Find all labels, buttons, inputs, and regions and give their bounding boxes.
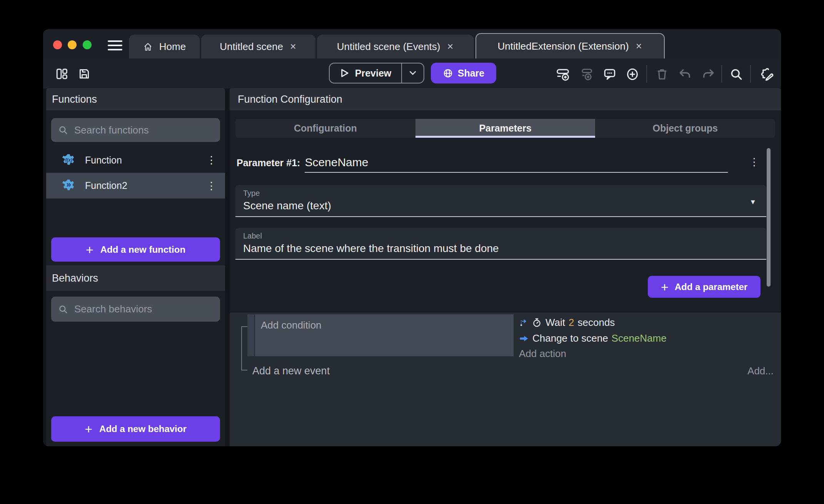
event-selection-bracket [241,326,247,370]
behaviors-search[interactable] [51,297,220,322]
content: Functions f(x) [43,88,781,446]
add-behavior-label: Add a new behavior [99,424,187,434]
toolbar-separator [646,65,647,83]
search-icon[interactable] [729,67,742,80]
add-parameter-button[interactable]: + Add a parameter [648,276,761,298]
home-icon [143,42,153,52]
scrollbar-thumb[interactable] [767,148,771,287]
zoom-window-button[interactable] [83,40,92,49]
function-name: Function [85,155,122,166]
undo-icon[interactable] [678,67,691,80]
tab-untitled-extension[interactable]: UntitledExtension (Extension) × [475,33,665,58]
tab-label: Untitled scene [220,41,283,53]
add-new-event-link[interactable]: Add a new event [252,365,330,377]
parameter-type-select[interactable]: Type Scene name (text) ▼ [235,185,766,217]
event-drag-handle[interactable] [247,314,254,356]
add-function-label: Add a new function [100,244,185,255]
tab-label: UntitledExtension (Extension) [498,40,629,52]
parameter-index-label: Parameter #1: [237,157,300,169]
share-button[interactable]: Share [431,63,496,83]
globe-icon [443,68,453,78]
action-change-scene[interactable]: Change to scene SceneName [519,331,667,345]
functions-search[interactable] [51,118,220,142]
main-panel-header: Function Configuration [230,88,781,110]
parameter-name-input[interactable] [305,156,728,173]
function-list-item-selected[interactable]: » Function2 ⋮ [46,173,225,199]
label-value-input[interactable] [243,242,738,255]
edit-extension-icon[interactable] [760,67,773,80]
parameter-label-field[interactable]: Label [235,228,766,260]
wait-seconds-value: 2 [569,317,574,329]
page-title: Function Configuration [230,93,342,105]
behaviors-panel-header: Behaviors [46,265,225,291]
add-more-link[interactable]: Add... [747,365,774,377]
preview-options-button[interactable] [401,63,424,83]
tab-parameters[interactable]: Parameters [415,119,595,138]
tab-configuration[interactable]: Configuration [235,119,415,138]
toggle-panels-icon[interactable] [55,67,68,80]
toolbar: Preview Share [43,58,781,88]
app-window: Home Untitled scene × Untitled scene (Ev… [43,29,781,446]
add-subevent-icon[interactable] [580,67,593,80]
function-list-item[interactable]: f(x) Function ⋮ [46,147,225,173]
behaviors-search-input[interactable] [74,303,213,315]
function-action-icon: » [62,179,76,193]
add-action-link[interactable]: Add action [519,347,667,361]
behaviors-title: Behaviors [46,272,98,284]
change-scene-arrow-icon [519,334,529,344]
function-name: Function2 [85,180,127,191]
configuration-tabs: Configuration Parameters Object groups [235,119,775,138]
event-actions-cell: Wait 2 seconds Change to scene Sce [519,315,667,361]
tab-untitled-scene[interactable]: Untitled scene × [201,35,315,58]
tab-untitled-scene-events[interactable]: Untitled scene (Events) × [317,35,474,58]
function-expression-icon: f(x) [62,153,76,167]
save-icon[interactable] [78,67,91,80]
tab-object-groups[interactable]: Object groups [595,119,775,138]
functions-title: Functions [46,93,97,105]
redo-icon[interactable] [701,67,714,80]
close-tab-icon[interactable]: × [447,42,454,52]
close-tab-icon[interactable]: × [635,41,643,52]
scene-name-parameter: SceneName [612,332,667,344]
menu-icon[interactable] [108,40,122,50]
plus-icon: + [661,280,669,294]
preview-button[interactable]: Preview [329,63,424,83]
add-parameter-label: Add a parameter [675,282,747,292]
tab-label: Home [159,41,186,53]
sidebar: Functions f(x) [46,88,225,446]
type-value: Scene name (text) [243,200,759,212]
stopwatch-icon [532,317,542,328]
add-behavior-button[interactable]: + Add a new behavior [51,416,220,442]
tab-home[interactable]: Home [129,35,200,58]
parameter-options-icon[interactable]: ⋮ [745,154,763,170]
screen: Home Untitled scene × Untitled scene (Ev… [0,0,824,504]
chevron-down-icon [409,71,417,75]
preview-button-main[interactable]: Preview [330,63,401,83]
parameter-header-row: Parameter #1: [237,156,728,173]
action-wait[interactable]: Wait 2 seconds [519,315,667,330]
type-label: Type [243,189,759,198]
toolbar-separator [750,65,751,83]
functions-search-input[interactable] [74,124,213,136]
share-label: Share [458,68,484,79]
search-icon [58,304,68,314]
function-options-icon[interactable]: ⋮ [203,154,220,167]
dropdown-caret-icon: ▼ [749,198,756,206]
function-options-icon[interactable]: ⋮ [203,179,220,192]
label-label: Label [243,232,759,240]
add-comment-icon[interactable] [603,67,616,80]
plus-icon: + [86,243,93,256]
tab-label: Untitled scene (Events) [337,41,440,53]
close-window-button[interactable] [53,40,62,49]
preview-label: Preview [355,68,392,79]
main-panel: Function Configuration Configuration Par… [230,88,781,446]
add-condition-cell[interactable]: Add condition [255,314,514,356]
add-function-button[interactable]: + Add a new function [51,237,220,262]
delete-icon[interactable] [655,67,668,80]
functions-panel-header: Functions [46,88,225,110]
add-circle-icon[interactable] [626,67,639,80]
add-event-icon[interactable] [556,67,569,80]
close-tab-icon[interactable]: × [289,42,297,52]
minimize-window-button[interactable] [68,40,77,49]
events-sheet: Add condition [230,312,781,446]
